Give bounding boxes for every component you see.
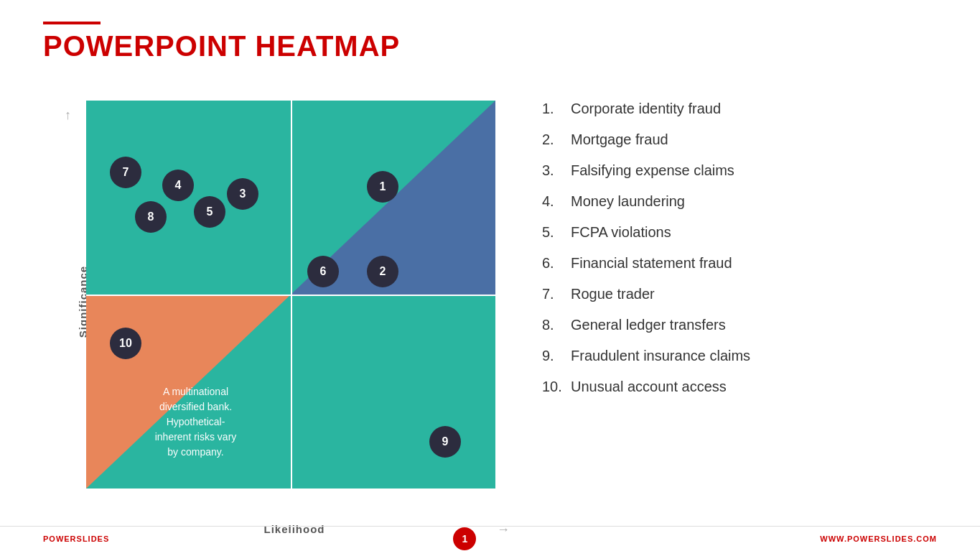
- title-accent: HEATMAP: [255, 30, 400, 62]
- legend-text: General ledger transfers: [571, 317, 726, 333]
- quadrant-bottom-left: A multinationaldiversified bank.Hypothet…: [86, 295, 291, 489]
- legend-number: 5.: [542, 224, 571, 241]
- page-title: POWERPOINT HEATMAP: [43, 30, 400, 62]
- legend-text: Corporate identity fraud: [571, 101, 721, 117]
- data-point-2: 2: [367, 256, 398, 287]
- legend-text: Rogue trader: [571, 286, 655, 302]
- legend-number: 6.: [542, 255, 571, 272]
- data-point-3: 3: [227, 178, 258, 210]
- legend-text: Falsifying expense claims: [571, 162, 734, 179]
- legend-number: 8.: [542, 317, 571, 333]
- title-plain: POWERPOINT: [43, 30, 255, 62]
- legend-item: 2.Mortgage fraud: [542, 131, 958, 148]
- legend-item: 9.Fraudulent insurance claims: [542, 348, 958, 364]
- legend-text: Unusual account access: [571, 379, 727, 395]
- legend-number: 9.: [542, 348, 571, 364]
- footer-url-plain2: SLIDES.COM: [881, 534, 937, 543]
- data-point-5: 5: [194, 196, 225, 228]
- legend-item: 6.Financial statement fraud: [542, 255, 958, 272]
- grid-line-vertical: [291, 101, 292, 489]
- legend-number: 1.: [542, 101, 571, 117]
- data-point-9: 9: [429, 426, 461, 458]
- legend-text: Fraudulent insurance claims: [571, 348, 750, 364]
- legend-number: 10.: [542, 379, 571, 395]
- legend-number: 4.: [542, 193, 571, 210]
- legend-item: 4.Money laundering: [542, 193, 958, 210]
- legend-number: 2.: [542, 131, 571, 148]
- data-point-6: 6: [307, 256, 339, 287]
- chart-annotation: A multinationaldiversified bank.Hypothet…: [108, 384, 284, 460]
- legend: 1.Corporate identity fraud2.Mortgage fra…: [542, 101, 958, 409]
- footer-brand-left: POWERSLIDES: [43, 534, 109, 543]
- footer-page-number: 1: [453, 527, 476, 550]
- legend-text: Money laundering: [571, 193, 685, 210]
- data-point-7: 7: [110, 157, 141, 188]
- data-point-10: 10: [110, 328, 141, 359]
- heatmap-chart: Significance ↑ A multinationaldiversifie…: [86, 101, 503, 503]
- legend-item: 8.General ledger transfers: [542, 317, 958, 333]
- data-point-4: 4: [162, 170, 194, 201]
- legend-number: 3.: [542, 162, 571, 179]
- footer: POWERSLIDES 1 WWW.POWERSLIDES.COM: [0, 526, 980, 551]
- footer-url: WWW.POWERSLIDES.COM: [820, 534, 937, 543]
- legend-text: Financial statement fraud: [571, 255, 732, 272]
- header-accent-line: [43, 22, 101, 24]
- quadrant-top-left: [86, 101, 291, 295]
- quadrant-bottom-right: [291, 295, 495, 489]
- legend-item: 1.Corporate identity fraud: [542, 101, 958, 117]
- legend-item: 5.FCPA violations: [542, 224, 958, 241]
- footer-url-accent: POWER: [847, 534, 881, 543]
- legend-text: FCPA violations: [571, 224, 671, 241]
- legend-item: 3.Falsifying expense claims: [542, 162, 958, 179]
- legend-number: 7.: [542, 286, 571, 302]
- footer-brand-accent: SLIDES: [77, 534, 110, 543]
- legend-item: 7.Rogue trader: [542, 286, 958, 302]
- legend-text: Mortgage fraud: [571, 131, 668, 148]
- data-point-8: 8: [135, 201, 167, 233]
- data-point-1: 1: [367, 171, 398, 203]
- chart-grid: A multinationaldiversified bank.Hypothet…: [86, 101, 495, 489]
- axis-y-arrow: ↑: [65, 108, 71, 123]
- legend-item: 10.Unusual account access: [542, 379, 958, 395]
- footer-brand-plain: POWER: [43, 534, 77, 543]
- header: POWERPOINT HEATMAP: [43, 22, 400, 62]
- footer-url-plain1: WWW.: [820, 534, 847, 543]
